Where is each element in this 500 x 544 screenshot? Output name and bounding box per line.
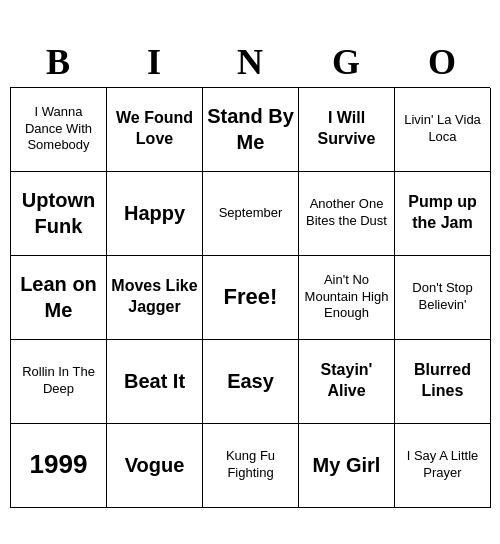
- cell-r2-c3: Ain't No Mountain High Enough: [299, 256, 395, 340]
- cell-r0-c4: Livin' La Vida Loca: [395, 88, 491, 172]
- bingo-letter-n: N: [206, 41, 294, 83]
- cell-r3-c0: Rollin In The Deep: [11, 340, 107, 424]
- cell-r2-c2: Free!: [203, 256, 299, 340]
- cell-r1-c2: September: [203, 172, 299, 256]
- cell-r4-c0: 1999: [11, 424, 107, 508]
- cell-r0-c3: I Will Survive: [299, 88, 395, 172]
- cell-r1-c3: Another One Bites the Dust: [299, 172, 395, 256]
- cell-r4-c4: I Say A Little Prayer: [395, 424, 491, 508]
- cell-r1-c1: Happy: [107, 172, 203, 256]
- cell-r3-c1: Beat It: [107, 340, 203, 424]
- cell-r4-c3: My Girl: [299, 424, 395, 508]
- bingo-letter-o: O: [398, 41, 486, 83]
- bingo-letter-g: G: [302, 41, 390, 83]
- cell-r4-c2: Kung Fu Fighting: [203, 424, 299, 508]
- bingo-grid: I Wanna Dance With SomebodyWe Found Love…: [10, 87, 490, 508]
- cell-r3-c2: Easy: [203, 340, 299, 424]
- cell-r0-c1: We Found Love: [107, 88, 203, 172]
- bingo-letter-i: I: [110, 41, 198, 83]
- bingo-card: BINGO I Wanna Dance With SomebodyWe Foun…: [10, 37, 490, 508]
- cell-r1-c0: Uptown Funk: [11, 172, 107, 256]
- cell-r2-c1: Moves Like Jagger: [107, 256, 203, 340]
- cell-r1-c4: Pump up the Jam: [395, 172, 491, 256]
- bingo-header: BINGO: [10, 37, 490, 87]
- cell-r0-c2: Stand By Me: [203, 88, 299, 172]
- cell-r0-c0: I Wanna Dance With Somebody: [11, 88, 107, 172]
- cell-r3-c4: Blurred Lines: [395, 340, 491, 424]
- cell-r4-c1: Vogue: [107, 424, 203, 508]
- bingo-letter-b: B: [14, 41, 102, 83]
- cell-r2-c4: Don't Stop Believin': [395, 256, 491, 340]
- cell-r3-c3: Stayin' Alive: [299, 340, 395, 424]
- cell-r2-c0: Lean on Me: [11, 256, 107, 340]
